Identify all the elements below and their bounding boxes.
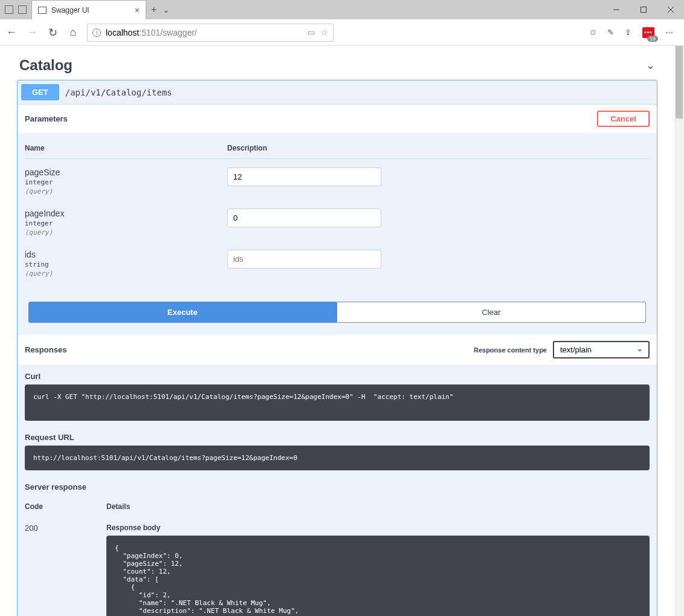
tab-actions: + ⌄ [146,0,175,19]
param-name: ids [25,250,227,259]
toolbar-right: ✩ ✎ ⇪ ••• 19 ⋯ [584,27,679,38]
server-response-label: Server response [18,475,657,495]
col-desc-header: Description [227,144,650,152]
param-type: integer [25,178,227,186]
content-type-select[interactable]: text/plain [553,341,650,358]
operation-path: /api/v1/Catalog/items [65,88,172,97]
request-url-label: Request URL [18,426,657,446]
share-icon[interactable]: ⇪ [625,28,631,37]
responses-bar: Responses Response content type text/pla… [18,335,657,365]
page-icon [38,7,47,14]
parameters-bar: Parameters Cancel [18,105,657,133]
forward-button[interactable]: → [25,26,39,39]
col-name-header: Name [25,144,227,152]
address-bar[interactable]: i localhost:5101/swagger/ ▭ ☆ [87,24,334,42]
titlebar-left [0,0,31,19]
col-details-header: Details [106,502,650,511]
tab-title: Swagger UI [51,6,130,15]
curl-block[interactable]: curl -X GET "http://localhost:5101/api/v… [25,384,650,421]
maximize-button[interactable] [630,0,657,19]
window-controls [602,0,684,19]
param-row-pageindex: pageIndex integer (query) [25,200,650,241]
content-type-label: Response content type [474,346,547,354]
info-icon[interactable]: i [92,28,101,37]
request-url-block[interactable]: http://localhost:5101/api/v1/Catalog/ite… [25,446,650,470]
response-code: 200 [25,524,106,533]
notes-icon[interactable]: ✎ [607,28,614,37]
window-titlebar: Swagger UI × + ⌄ [0,0,684,19]
param-type: string [25,261,227,268]
close-tab-icon[interactable]: × [135,5,140,15]
param-type: integer [25,219,227,227]
parameters-table: Name Description pageSize integer (query… [18,133,657,294]
response-body-block[interactable]: { "pageIndex": 0, "pageSize": 12, "count… [106,536,650,616]
curl-label: Curl [18,365,657,384]
browser-tab[interactable]: Swagger UI × [31,0,146,19]
pageindex-input[interactable] [227,209,381,227]
responses-title: Responses [25,345,66,354]
response-row: 200 Response body { "pageIndex": 0, "pag… [18,516,657,616]
tabs-chevron-icon[interactable]: ⌄ [163,5,170,15]
col-code-header: Code [25,502,106,511]
minimize-button[interactable] [602,0,630,19]
param-row-pagesize: pageSize integer (query) [25,159,650,200]
extension-icon[interactable]: ••• 19 [642,27,654,38]
execute-row: Execute Clear [18,294,657,335]
operation-block: GET /api/v1/Catalog/items Parameters Can… [17,80,657,616]
param-in: (query) [25,229,227,236]
page-content: Catalog ⌄ GET /api/v1/Catalog/items Para… [0,46,674,616]
reading-view-icon[interactable]: ▭ [308,28,315,37]
favorites-bar-icon[interactable]: ✩ [590,28,596,37]
scrollbar-thumb[interactable] [676,46,683,118]
parameters-title: Parameters [25,114,68,123]
ids-input[interactable] [227,250,381,268]
param-in: (query) [25,270,227,277]
back-button[interactable]: ← [5,26,18,39]
param-in: (query) [25,187,227,195]
refresh-button[interactable]: ↻ [46,26,59,39]
badge-count: 19 [647,36,658,42]
more-icon[interactable]: ⋯ [665,28,673,37]
browser-navbar: ← → ↻ ⌂ i localhost:5101/swagger/ ▭ ☆ ✩ … [0,19,684,46]
response-body-label: Response body [106,524,650,532]
close-window-button[interactable] [657,0,684,19]
clear-button[interactable]: Clear [337,302,646,323]
section-title: Catalog [19,57,73,74]
svg-rect-1 [640,7,646,13]
param-row-ids: ids string (query) [25,241,650,282]
cancel-button[interactable]: Cancel [597,111,650,127]
execute-button[interactable]: Execute [28,302,337,323]
pagesize-input[interactable] [227,167,381,186]
new-tab-icon[interactable]: + [151,4,156,15]
param-name: pageSize [25,167,227,177]
home-button[interactable]: ⌂ [66,26,80,39]
param-name: pageIndex [25,209,227,218]
chevron-down-icon[interactable]: ⌄ [646,59,655,72]
section-header[interactable]: Catalog ⌄ [0,46,674,80]
operation-header[interactable]: GET /api/v1/Catalog/items [18,80,657,105]
method-badge: GET [21,84,59,100]
url-text: localhost:5101/swagger/ [106,28,303,37]
app-window-icon-1 [5,5,13,14]
favorite-icon[interactable]: ☆ [321,28,328,37]
scrollbar[interactable] [674,46,684,616]
app-window-icon-2 [18,5,27,14]
